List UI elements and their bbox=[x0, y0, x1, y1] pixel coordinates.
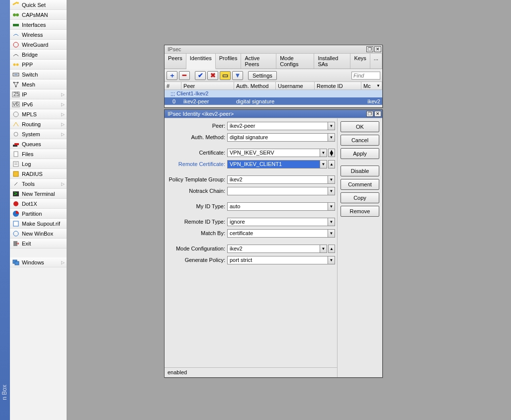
tab--[interactable]: ... bbox=[370, 54, 382, 69]
tab-keys[interactable]: Keys bbox=[350, 54, 370, 69]
apply-button[interactable]: Apply bbox=[341, 148, 379, 159]
gen-field[interactable] bbox=[227, 256, 328, 264]
settings-button[interactable]: Settings bbox=[248, 71, 277, 80]
sidebar-item-make-supout-rif[interactable]: Make Supout.rif bbox=[10, 219, 67, 229]
chevron-right-icon: ▷ bbox=[61, 99, 65, 109]
svg-rect-4 bbox=[13, 24, 19, 26]
tab-mode-configs[interactable]: Mode Configs bbox=[276, 54, 314, 69]
copy-button[interactable]: Copy bbox=[341, 192, 379, 203]
col-num[interactable]: # bbox=[165, 82, 181, 89]
svg-rect-29 bbox=[13, 162, 18, 167]
dropdown-icon[interactable]: ▼ bbox=[328, 202, 335, 211]
dropdown-icon[interactable]: ▼ bbox=[320, 245, 327, 253]
sidebar-item-exit[interactable]: Exit bbox=[10, 239, 67, 249]
disable-button[interactable]: Disable bbox=[341, 166, 379, 176]
sidebar-item-system[interactable]: System▷ bbox=[10, 129, 67, 139]
sidebar-item-wireguard[interactable]: WireGuard bbox=[10, 40, 67, 50]
ok-button[interactable]: OK bbox=[341, 121, 379, 132]
sidebar-item-ipv6[interactable]: v6IPv6▷ bbox=[10, 99, 67, 109]
close-icon[interactable]: ✕ bbox=[374, 46, 381, 52]
find-input[interactable] bbox=[351, 72, 380, 80]
sidebar-item-windows[interactable]: Windows▷ bbox=[10, 257, 67, 267]
dropdown-icon[interactable]: ▼ bbox=[320, 149, 327, 157]
remove-button[interactable]: Remove bbox=[341, 206, 379, 217]
table-row[interactable]: 0 ikev2-peer digital signature ikev2 bbox=[165, 97, 382, 105]
sidebar-item-dot1x[interactable]: Dot1X bbox=[10, 199, 67, 209]
notrack-field[interactable] bbox=[227, 187, 328, 195]
identity-titlebar[interactable]: IPsec Identity <ikev2-peer> ❐ ✕ bbox=[165, 110, 382, 118]
ptg-field[interactable] bbox=[227, 175, 328, 184]
enable-button[interactable]: ✔ bbox=[195, 71, 206, 80]
sidebar-item-log[interactable]: Log bbox=[10, 159, 67, 169]
sidebar-item-partition[interactable]: Partition bbox=[10, 209, 67, 219]
remove-button[interactable]: ━ bbox=[179, 71, 190, 80]
tab-installed-sas[interactable]: Installed SAs bbox=[314, 54, 350, 69]
col-auth[interactable]: Auth. Method bbox=[234, 82, 276, 89]
match-field[interactable] bbox=[227, 229, 328, 238]
sidebar-item-bridge[interactable]: Bridge bbox=[10, 50, 67, 60]
peer-field[interactable] bbox=[227, 122, 328, 130]
comment-button[interactable]: Comment bbox=[341, 179, 379, 190]
sidebar-item-radius[interactable]: RADIUS bbox=[10, 169, 67, 179]
sidebar-item-mesh[interactable]: Mesh bbox=[10, 80, 67, 89]
up-icon[interactable]: ▲ bbox=[328, 245, 335, 253]
sidebar-item-wireless[interactable]: Wireless bbox=[10, 30, 67, 40]
chevron-right-icon: ▷ bbox=[61, 129, 65, 139]
sidebar-item-tools[interactable]: Tools▷ bbox=[10, 179, 67, 189]
svg-point-24 bbox=[14, 132, 18, 136]
sidebar-item-new-winbox[interactable]: New WinBox bbox=[10, 229, 67, 239]
sidebar-item-switch[interactable]: Switch bbox=[10, 70, 67, 80]
tab-profiles[interactable]: Profiles bbox=[216, 54, 242, 69]
up-icon[interactable]: ▲ bbox=[328, 160, 335, 168]
ip-icon: 255 bbox=[12, 90, 20, 98]
sidebar-item-new-terminal[interactable]: >New Terminal bbox=[10, 189, 67, 199]
col-mode[interactable]: Mc▼ bbox=[361, 82, 382, 89]
remid-field[interactable] bbox=[227, 218, 328, 226]
sidebar-item-label: CAPsMAN bbox=[22, 10, 48, 20]
dropdown-icon[interactable]: ▼ bbox=[328, 187, 335, 195]
ipsec-titlebar[interactable]: IPsec ❐ ✕ bbox=[165, 45, 382, 54]
close-icon[interactable]: ✕ bbox=[374, 111, 381, 117]
rcert-field[interactable] bbox=[227, 160, 320, 168]
sidebar-item-queues[interactable]: Queues bbox=[10, 139, 67, 149]
svg-text:v6: v6 bbox=[13, 101, 19, 107]
col-peer[interactable]: Peer bbox=[181, 82, 234, 89]
dropdown-icon[interactable]: ▼ bbox=[320, 160, 327, 168]
sidebar-item-files[interactable]: Files bbox=[10, 149, 67, 159]
sidebar-item-ip[interactable]: 255IP▷ bbox=[10, 89, 67, 99]
app-left-bar: n Box bbox=[0, 0, 10, 420]
dropdown-icon[interactable]: ▼ bbox=[328, 256, 335, 264]
sidebar-item-quick-set[interactable]: Quick Set bbox=[10, 0, 67, 10]
windows-icon bbox=[12, 258, 20, 266]
form-column: Peer:▼ Auth. Method:▼ Certificate:▼▲▼ Re… bbox=[165, 118, 338, 377]
sidebar-item-ppp[interactable]: PPP bbox=[10, 60, 67, 70]
mode-field[interactable] bbox=[227, 245, 320, 253]
cert-field[interactable] bbox=[227, 149, 320, 157]
add-button[interactable]: ＋ bbox=[167, 71, 177, 80]
dropdown-icon[interactable]: ▼ bbox=[328, 175, 335, 184]
disable-button[interactable]: ✖ bbox=[207, 71, 218, 80]
updown-icon[interactable]: ▲▼ bbox=[328, 149, 335, 157]
dropdown-icon[interactable]: ▼ bbox=[328, 122, 335, 130]
restore-icon[interactable]: ❐ bbox=[366, 111, 373, 117]
myid-field[interactable] bbox=[227, 202, 328, 211]
auth-field[interactable] bbox=[227, 133, 328, 142]
sidebar-item-mpls[interactable]: MPLS▷ bbox=[10, 109, 67, 119]
filter-button[interactable]: ▼ bbox=[232, 71, 243, 80]
comment-button[interactable]: ▭ bbox=[220, 71, 231, 80]
grid-header[interactable]: # Peer Auth. Method Username Remote ID M… bbox=[165, 82, 382, 90]
dropdown-icon[interactable]: ▼ bbox=[328, 229, 335, 238]
tab-identities[interactable]: Identities bbox=[186, 54, 216, 69]
dropdown-icon[interactable]: ▼ bbox=[328, 133, 335, 142]
sidebar-item-capsman[interactable]: CAPsMAN bbox=[10, 10, 67, 20]
tab-active-peers[interactable]: Active Peers bbox=[241, 54, 276, 69]
sidebar-item-interfaces[interactable]: Interfaces bbox=[10, 20, 67, 30]
tab-peers[interactable]: Peers bbox=[165, 54, 186, 69]
sidebar-item-routing[interactable]: Routing▷ bbox=[10, 119, 67, 129]
row-comment[interactable]: ;;; Client1-Ikev2 bbox=[165, 90, 382, 97]
col-user[interactable]: Username bbox=[276, 82, 315, 89]
col-remote[interactable]: Remote ID bbox=[315, 82, 361, 89]
dropdown-icon[interactable]: ▼ bbox=[328, 218, 335, 226]
cancel-button[interactable]: Cancel bbox=[341, 135, 379, 146]
restore-icon[interactable]: ❐ bbox=[366, 46, 373, 52]
